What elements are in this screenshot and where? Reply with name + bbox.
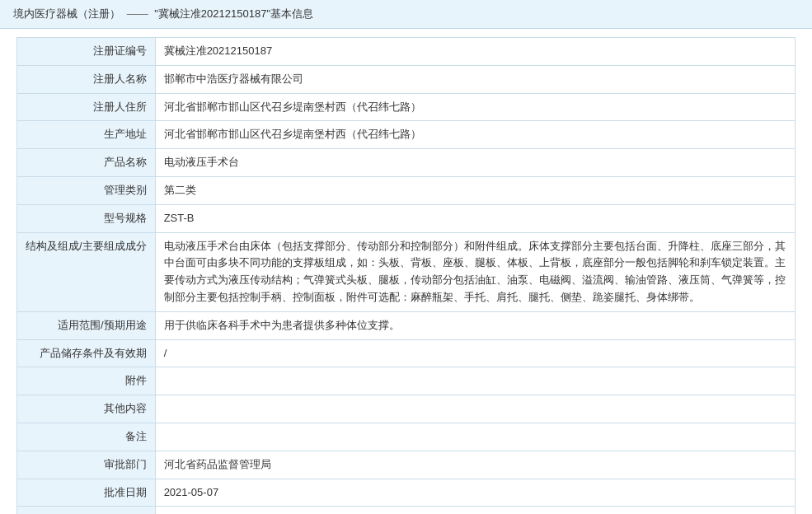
row-value: 2026-05-06 (155, 507, 795, 514)
table-row: 管理类别第二类 (17, 176, 796, 204)
row-value: 邯郸市中浩医疗器械有限公司 (155, 65, 795, 93)
row-value: 河北省邯郸市邯山区代召乡堤南堡村西（代召纬七路） (155, 93, 795, 121)
row-value: 冀械注准20212150187 (155, 38, 795, 66)
info-table: 注册证编号冀械注准20212150187注册人名称邯郸市中浩医疗器械有限公司注册… (16, 37, 796, 514)
table-row: 适用范围/预期用途用于供临床各科手术中为患者提供多种体位支撑。 (17, 311, 796, 339)
row-value: 河北省邯郸市邯山区代召乡堤南堡村西（代召纬七路） (155, 121, 795, 149)
table-row: 其他内容 (17, 395, 796, 423)
row-value: 电动液压手术台由床体（包括支撑部分、传动部分和控制部分）和附件组成。床体支撑部分… (155, 232, 795, 311)
row-label: 审批部门 (17, 451, 156, 479)
row-label: 注册证编号 (17, 38, 156, 66)
row-label: 注册人名称 (17, 65, 156, 93)
table-row: 注册人名称邯郸市中浩医疗器械有限公司 (17, 65, 796, 93)
breadcrumb-separator: —— (127, 7, 148, 20)
breadcrumb-part1: 境内医疗器械（注册） (13, 7, 120, 20)
table-row: 附件 (17, 367, 796, 395)
row-label: 产品名称 (17, 149, 156, 177)
table-row: 审批部门河北省药品监督管理局 (17, 451, 796, 479)
breadcrumb: 境内医疗器械（注册） —— "冀械注准20212150187"基本信息 (0, 0, 812, 29)
row-label: 批准日期 (17, 479, 156, 507)
table-row: 产品储存条件及有效期/ (17, 339, 796, 367)
table-row: 生产地址河北省邯郸市邯山区代召乡堤南堡村西（代召纬七路） (17, 121, 796, 149)
table-row: 备注 (17, 423, 796, 451)
row-value (155, 367, 795, 395)
row-label: 有效期至 (17, 507, 156, 514)
row-label: 适用范围/预期用途 (17, 311, 156, 339)
row-value (155, 423, 795, 451)
table-row: 有效期至2026-05-06 (17, 507, 796, 514)
row-label: 注册人住所 (17, 93, 156, 121)
row-label: 管理类别 (17, 176, 156, 204)
row-value (155, 395, 795, 423)
table-row: 型号规格ZST-B (17, 204, 796, 232)
row-value: 河北省药品监督管理局 (155, 451, 795, 479)
table-row: 注册人住所河北省邯郸市邯山区代召乡堤南堡村西（代召纬七路） (17, 93, 796, 121)
row-label: 结构及组成/主要组成成分 (17, 232, 156, 311)
row-label: 其他内容 (17, 395, 156, 423)
row-value: 第二类 (155, 176, 795, 204)
row-label: 生产地址 (17, 121, 156, 149)
table-row: 产品名称电动液压手术台 (17, 149, 796, 177)
content-area: 注册证编号冀械注准20212150187注册人名称邯郸市中浩医疗器械有限公司注册… (0, 29, 812, 514)
row-value: 用于供临床各科手术中为患者提供多种体位支撑。 (155, 311, 795, 339)
row-label: 附件 (17, 367, 156, 395)
breadcrumb-current: "冀械注准20212150187"基本信息 (154, 7, 313, 20)
table-row: 注册证编号冀械注准20212150187 (17, 38, 796, 66)
table-row: 结构及组成/主要组成成分电动液压手术台由床体（包括支撑部分、传动部分和控制部分）… (17, 232, 796, 311)
row-label: 备注 (17, 423, 156, 451)
table-row: 批准日期2021-05-07 (17, 479, 796, 507)
row-label: 产品储存条件及有效期 (17, 339, 156, 367)
row-value: / (155, 339, 795, 367)
row-label: 型号规格 (17, 204, 156, 232)
row-value: 电动液压手术台 (155, 149, 795, 177)
row-value: 2021-05-07 (155, 479, 795, 507)
row-value: ZST-B (155, 204, 795, 232)
